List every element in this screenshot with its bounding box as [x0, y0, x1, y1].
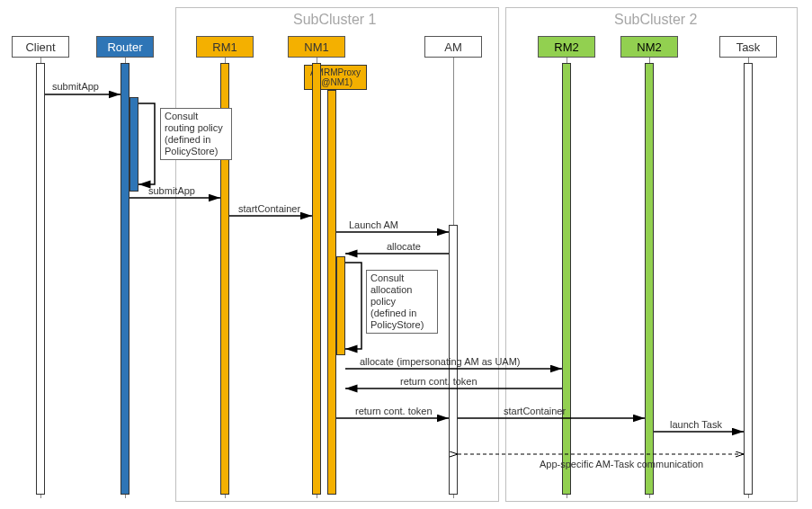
subcluster-1-label: SubCluster 1 — [293, 12, 377, 28]
rm1-label: RM1 — [212, 40, 236, 54]
msg-submitapp-1: submitApp — [52, 81, 99, 92]
task-activation — [744, 63, 753, 495]
amrmproxy-sub-activation — [336, 256, 345, 355]
routing-policy-note: Consult routing policy (defined in Polic… — [160, 108, 232, 160]
client-label: Client — [25, 40, 55, 54]
am-label: AM — [444, 40, 462, 54]
rm2-activation — [562, 63, 571, 495]
msg-submitapp-2: submitApp — [148, 185, 195, 196]
task-head: Task — [719, 36, 777, 58]
msg-launch-am: Launch AM — [349, 219, 398, 230]
msg-app-specific: App-specific AM-Task communication — [540, 459, 703, 469]
am-head: AM — [424, 36, 482, 58]
rm1-head: RM1 — [196, 36, 254, 58]
msg-launch-task: launch Task — [670, 419, 722, 430]
nm2-activation — [645, 63, 654, 495]
nm2-head: NM2 — [620, 36, 678, 58]
client-activation — [36, 63, 45, 495]
rm2-head: RM2 — [538, 36, 595, 58]
amrmproxy-activation — [327, 90, 336, 495]
msg-allocate-1: allocate — [387, 241, 421, 252]
router-activation — [120, 63, 129, 495]
msg-allocate-uam: allocate (impersonating AM as UAM) — [360, 356, 521, 367]
msg-return-token-2: return cont. token — [355, 406, 433, 416]
router-sub-activation — [129, 97, 138, 192]
router-head: Router — [96, 36, 154, 58]
nm2-label: NM2 — [637, 40, 661, 54]
task-label: Task — [736, 40, 761, 54]
nm1-label: NM1 — [304, 40, 328, 54]
client-head: Client — [12, 36, 69, 58]
msg-startcont-2: startContainer — [504, 406, 566, 416]
rm2-label: RM2 — [554, 40, 578, 54]
subcluster-2-label: SubCluster 2 — [614, 12, 698, 28]
allocation-policy-note: Consult allocation policy (defined in Po… — [366, 270, 438, 334]
router-label: Router — [107, 40, 142, 54]
nm1-head: NM1 — [288, 36, 345, 58]
nm1-activation — [312, 63, 321, 495]
msg-startcont-1: startContainer — [238, 203, 300, 214]
msg-return-token-1: return cont. token — [400, 376, 477, 387]
